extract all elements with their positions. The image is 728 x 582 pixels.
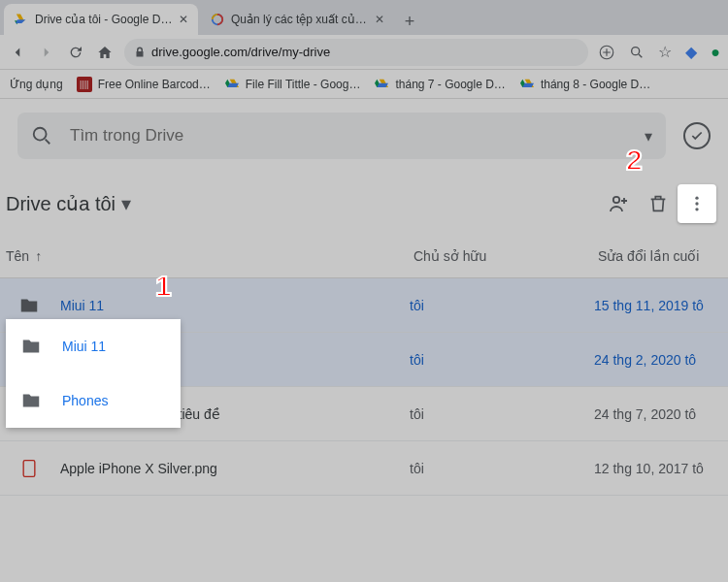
- chevron-down-icon[interactable]: ▾: [645, 127, 652, 146]
- browser-tab-active[interactable]: Drive của tôi - Google Drive ✕: [4, 4, 198, 35]
- file-name: Phones: [62, 393, 171, 408]
- svg-point-2: [632, 47, 640, 54]
- gdrive-icon: [519, 77, 535, 92]
- annotation-1: 1: [155, 270, 172, 303]
- tab-title: Drive của tôi - Google Drive: [35, 13, 173, 26]
- file-name: Apple iPhone X Silver.png: [60, 461, 410, 476]
- search-input[interactable]: [70, 126, 627, 146]
- back-icon[interactable]: [8, 43, 27, 62]
- star-icon[interactable]: ☆: [658, 43, 672, 61]
- lock-icon: [134, 46, 146, 59]
- svg-point-12: [34, 128, 47, 141]
- file-owner: tôi: [410, 352, 594, 368]
- file-modified: 24 thg 7, 2020 tô: [594, 406, 718, 422]
- file-owner: tôi: [410, 298, 594, 313]
- bookmarks-bar: Ứng dụng |||| Free Online Barcod… File F…: [0, 70, 728, 99]
- reload-icon[interactable]: [66, 43, 85, 62]
- close-icon[interactable]: ✕: [375, 13, 384, 26]
- bookmark-item[interactable]: File Fill Tittle - Goog…: [224, 77, 361, 92]
- file-name: Miui 11: [60, 298, 410, 313]
- file-row[interactable]: Apple iPhone X Silver.png tôi 12 thg 10,…: [0, 441, 728, 496]
- close-icon[interactable]: ✕: [179, 13, 188, 26]
- column-modified[interactable]: Sửa đổi lần cuối: [598, 248, 718, 264]
- search-icon: [31, 125, 52, 146]
- drive-searchbox[interactable]: ▾: [17, 113, 666, 159]
- browser-tabstrip: Drive của tôi - Google Drive ✕ Quản lý c…: [0, 0, 728, 35]
- home-icon[interactable]: [95, 43, 115, 62]
- share-button[interactable]: [600, 184, 639, 223]
- extension-icon-2[interactable]: ●: [711, 44, 720, 61]
- selection-highlight: Miui 11 Phones: [6, 319, 181, 428]
- folder-icon: [19, 335, 43, 358]
- zoom-icon[interactable]: [629, 45, 645, 60]
- drive-titlebar: Drive của tôi ▾: [0, 173, 728, 235]
- chevron-down-icon: ▾: [121, 192, 131, 215]
- file-modified: 24 thg 2, 2020 tô: [594, 352, 718, 368]
- drive-title-dropdown[interactable]: Drive của tôi ▾: [6, 192, 131, 215]
- drive-search-row: ▾: [0, 99, 728, 173]
- file-owner: tôi: [410, 406, 594, 422]
- trash-button[interactable]: [639, 184, 678, 223]
- site-favicon: ||||: [77, 77, 92, 92]
- column-header-row: Tên ↑ Chủ sở hữu Sửa đổi lần cuối: [0, 235, 728, 278]
- folder-icon: [17, 294, 41, 317]
- gdrive-icon: [374, 77, 389, 92]
- extension-icon[interactable]: ◆: [685, 43, 697, 61]
- svg-point-15: [695, 202, 698, 205]
- file-modified: 12 thg 10, 2017 tô: [594, 461, 718, 476]
- more-options-button[interactable]: [678, 184, 716, 223]
- column-name[interactable]: Tên ↑: [6, 248, 414, 264]
- address-bar[interactable]: drive.google.com/drive/my-drive: [124, 39, 588, 66]
- browser-tab-inactive[interactable]: Quản lý các tệp xuất của bạn ✕: [200, 4, 394, 35]
- bookmark-item[interactable]: |||| Free Online Barcod…: [77, 77, 211, 92]
- bookmark-item[interactable]: tháng 8 - Google D…: [519, 77, 650, 92]
- file-row[interactable]: Phones: [6, 373, 181, 428]
- svg-point-14: [695, 197, 698, 200]
- browser-toolbar: drive.google.com/drive/my-drive ☆ ◆ ●: [0, 35, 728, 70]
- column-owner[interactable]: Chủ sở hữu: [414, 248, 598, 264]
- gdrive-favicon: [14, 12, 29, 27]
- folder-icon: [19, 389, 43, 412]
- file-modified: 15 thg 11, 2019 tô: [594, 298, 718, 313]
- forward-icon[interactable]: [37, 43, 56, 62]
- svg-point-16: [695, 208, 698, 210]
- url-text: drive.google.com/drive/my-drive: [151, 45, 330, 59]
- arrow-up-icon: ↑: [35, 248, 42, 264]
- toolbar-right: ☆ ◆ ●: [598, 43, 720, 61]
- bookmark-item[interactable]: tháng 7 - Google D…: [374, 77, 505, 92]
- file-row[interactable]: Miui 11: [6, 319, 181, 373]
- file-name: Miui 11: [62, 339, 171, 354]
- bookmark-apps[interactable]: Ứng dụng: [10, 78, 63, 91]
- new-tab-button[interactable]: +: [396, 8, 423, 35]
- google-favicon: [210, 12, 225, 27]
- annotation-2: 2: [626, 144, 643, 177]
- file-owner: tôi: [410, 461, 594, 476]
- offline-ready-icon[interactable]: [683, 122, 711, 149]
- svg-rect-18: [25, 462, 33, 473]
- svg-point-13: [613, 197, 619, 203]
- gdrive-icon: [224, 77, 240, 92]
- install-icon[interactable]: [598, 44, 615, 61]
- tab-title: Quản lý các tệp xuất của bạn: [231, 13, 369, 26]
- image-icon: [17, 457, 41, 480]
